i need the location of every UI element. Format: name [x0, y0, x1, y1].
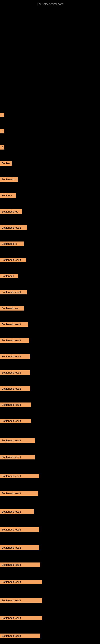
bottleneck-result-item[interactable]: Bottleneck result [0, 438, 35, 443]
bottleneck-result-item[interactable]: Bottleneck res [0, 209, 22, 214]
bottleneck-result-item[interactable]: Bottleneck r [0, 177, 18, 182]
bottleneck-result-item[interactable]: Bottleneck result [0, 474, 39, 478]
bottleneck-result-item[interactable]: Bottleneck result [0, 580, 42, 584]
bottleneck-result-item[interactable]: Bottleneck result [0, 386, 30, 391]
site-title: TheBottlenecker.com [0, 1, 100, 7]
bottleneck-result-item[interactable]: Bottleneck [0, 274, 18, 278]
bottleneck-result-item[interactable]: B [0, 113, 4, 117]
bottleneck-result-item[interactable]: Bottleneck result [0, 290, 27, 294]
bottleneck-result-item[interactable]: Bottleneck result [0, 226, 27, 230]
bottleneck-result-item[interactable]: Bottleneck result [0, 562, 40, 567]
bottleneck-result-item[interactable]: Bottleneck result [0, 258, 26, 262]
bottleneck-result-item[interactable]: Bottleneck result [0, 354, 30, 359]
bottleneck-result-item[interactable]: Bottleneck result [0, 546, 39, 550]
bottleneck-result-item[interactable]: Bottleneck result [0, 491, 38, 496]
bottleneck-result-item[interactable]: Bottleneck result [0, 509, 34, 514]
bottleneck-result-item[interactable]: Bottleneck result [0, 338, 29, 343]
bottleneck-result-item[interactable]: B [0, 129, 4, 134]
bottleneck-result-item[interactable]: Bottleneck result [0, 370, 30, 375]
bottleneck-result-item[interactable]: Bottlenec [0, 193, 16, 198]
bottleneck-result-item[interactable]: Bottleneck result [0, 616, 42, 620]
bottleneck-result-item[interactable]: Bottleneck result [0, 598, 42, 603]
bottleneck-result-item[interactable]: Bottleneck res [0, 306, 24, 310]
bottleneck-result-item[interactable]: B [0, 145, 4, 150]
bottleneck-result-item[interactable]: Bottleneck re [0, 242, 24, 246]
bottleneck-result-item[interactable]: Bottleneck result [0, 634, 40, 638]
bottleneck-result-item[interactable]: Bottleneck result [0, 322, 28, 327]
bottleneck-result-item[interactable]: Bottlen [0, 161, 12, 166]
bottleneck-result-item[interactable]: Bottleneck result [0, 455, 35, 460]
bottleneck-result-item[interactable]: Bottleneck result [0, 527, 39, 532]
bottleneck-result-item[interactable]: Bottleneck result [0, 418, 31, 423]
bottleneck-result-item[interactable]: Bottleneck result [0, 402, 31, 407]
